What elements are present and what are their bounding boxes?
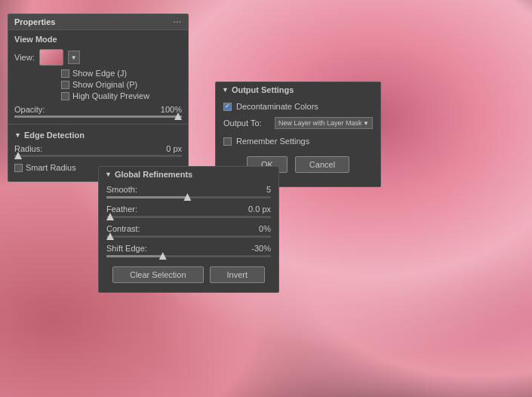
- feather-row: Feather: 0.0 px: [99, 202, 278, 221]
- output-to-label: Output To:: [223, 118, 269, 128]
- opacity-track[interactable]: [14, 115, 182, 118]
- shift-edge-label: Shift Edge:: [106, 244, 147, 253]
- view-thumbnail: [39, 49, 63, 66]
- smart-radius-checkbox[interactable]: [14, 164, 23, 172]
- contrast-row: Contrast: 0%: [99, 221, 278, 241]
- shift-edge-track[interactable]: [106, 255, 271, 257]
- feather-value: 0.0 px: [248, 205, 271, 214]
- global-refinements-panel: ▼ Global Refinements Smooth: 5 Feather: …: [98, 166, 279, 293]
- edge-arrow: ▼: [14, 131, 21, 139]
- invert-button[interactable]: Invert: [210, 266, 266, 283]
- global-refinements-title: Global Refinements: [115, 170, 192, 179]
- panel-dots: ···: [174, 18, 182, 26]
- dropdown-arrow-icon: ▼: [363, 120, 369, 127]
- show-edge-checkbox-row[interactable]: Show Edge (J): [61, 69, 182, 78]
- radius-slider-row: Radius: 0 px: [8, 143, 188, 160]
- clear-selection-button[interactable]: Clear Selection: [112, 266, 204, 283]
- radius-label: Radius:: [14, 144, 42, 153]
- smart-radius-label: Smart Radius: [26, 163, 76, 172]
- shift-edge-row: Shift Edge: -30%: [99, 241, 278, 260]
- remember-checkbox[interactable]: [223, 137, 232, 146]
- shift-edge-value: -30%: [251, 244, 271, 253]
- view-dropdown[interactable]: ▼: [68, 51, 80, 64]
- feather-thumb[interactable]: [106, 213, 114, 220]
- show-original-checkbox[interactable]: [61, 81, 69, 89]
- smooth-value: 5: [266, 185, 271, 194]
- high-quality-checkbox[interactable]: [61, 92, 69, 100]
- smooth-fill: [106, 196, 189, 198]
- output-arrow: ▼: [222, 86, 229, 94]
- show-original-checkbox-row[interactable]: Show Original (P): [61, 80, 182, 89]
- feather-label: Feather:: [106, 205, 137, 214]
- contrast-track[interactable]: [106, 235, 271, 238]
- output-to-dropdown[interactable]: New Layer with Layer Mask ▼: [275, 117, 373, 129]
- show-edge-label: Show Edge (J): [72, 69, 127, 78]
- properties-panel-header: Properties ···: [8, 14, 188, 30]
- properties-panel: Properties ··· View Mode View: ▼ Show Ed…: [8, 14, 189, 182]
- decontaminate-row[interactable]: Decontaminate Colors: [216, 97, 380, 114]
- view-checkboxes: Show Edge (J) Show Original (P) High Qua…: [8, 69, 188, 103]
- remember-label: Remember Settings: [236, 137, 309, 146]
- contrast-value: 0%: [259, 224, 271, 233]
- view-mode-label: View Mode: [8, 30, 188, 46]
- opacity-slider-row: Opacity: 100%: [8, 103, 188, 121]
- global-arrow: ▼: [105, 171, 112, 178]
- properties-title: Properties: [14, 17, 55, 26]
- smooth-track[interactable]: [106, 196, 271, 198]
- divider-1: [8, 124, 188, 125]
- high-quality-label: High Quality Preview: [72, 91, 149, 100]
- contrast-thumb[interactable]: [106, 232, 114, 240]
- output-settings-title: Output Settings: [232, 85, 294, 94]
- smooth-row: Smooth: 5: [99, 182, 278, 202]
- feather-track[interactable]: [106, 216, 271, 218]
- view-mode-row: View: ▼: [8, 46, 188, 69]
- radius-value: 0 px: [166, 144, 182, 153]
- shift-edge-fill: [106, 255, 164, 257]
- edge-detection-toggle[interactable]: ▼ Edge Detection: [8, 128, 188, 143]
- show-original-label: Show Original (P): [72, 80, 137, 89]
- bottom-buttons: Clear Selection Invert: [99, 260, 278, 286]
- output-to-row: Output To: New Layer with Layer Mask ▼: [216, 114, 380, 132]
- global-refinements-toggle[interactable]: ▼ Global Refinements: [99, 167, 278, 182]
- opacity-label: Opacity:: [14, 105, 45, 114]
- edge-detection-label: Edge Detection: [24, 131, 85, 140]
- remember-settings-row[interactable]: Remember Settings: [216, 132, 380, 149]
- opacity-fill: [14, 115, 182, 118]
- view-label: View:: [14, 53, 35, 62]
- decontaminate-checkbox[interactable]: [223, 103, 232, 111]
- high-quality-checkbox-row[interactable]: High Quality Preview: [61, 91, 182, 100]
- output-to-value: New Layer with Layer Mask: [278, 119, 362, 127]
- show-edge-checkbox[interactable]: [61, 69, 69, 78]
- opacity-value: 100%: [161, 105, 182, 114]
- smooth-label: Smooth:: [106, 185, 137, 194]
- radius-track[interactable]: [14, 155, 182, 157]
- contrast-label: Contrast:: [106, 224, 140, 233]
- decontaminate-label: Decontaminate Colors: [236, 102, 318, 111]
- output-settings-toggle[interactable]: ▼ Output Settings: [216, 82, 380, 97]
- cancel-button[interactable]: Cancel: [295, 156, 349, 173]
